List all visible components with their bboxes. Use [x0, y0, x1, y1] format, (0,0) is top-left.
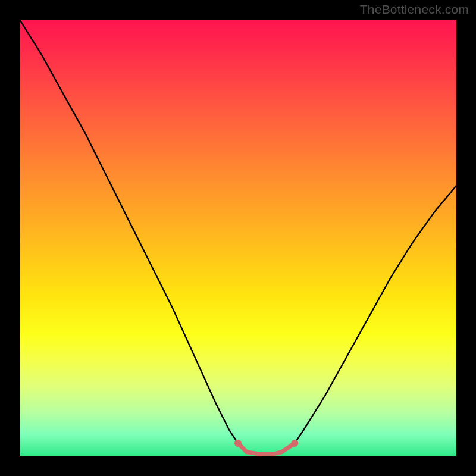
- optimal-zone-marker: [238, 443, 295, 454]
- optimal-zone-endpoint-right: [291, 440, 298, 447]
- optimal-zone-endpoint-left: [234, 440, 242, 447]
- curve-layer: [20, 20, 456, 456]
- watermark-text: TheBottleneck.com: [360, 2, 469, 17]
- chart-frame: TheBottleneck.com: [0, 0, 476, 476]
- bottleneck-curve: [20, 20, 456, 454]
- plot-area: [20, 20, 456, 456]
